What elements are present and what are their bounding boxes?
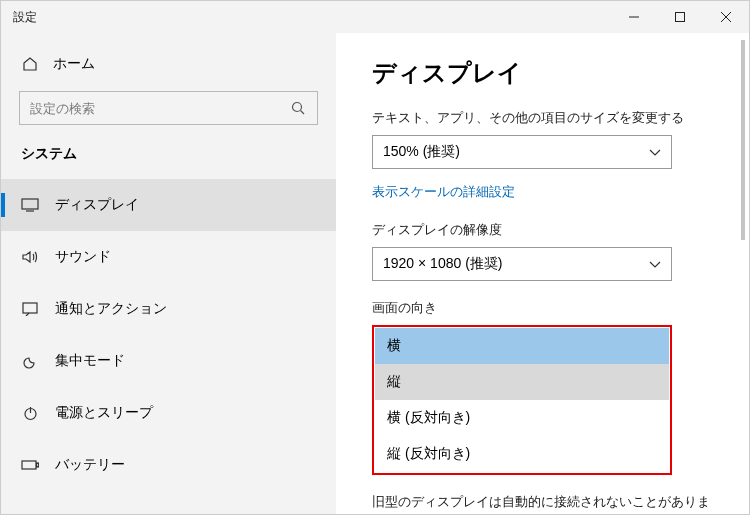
home-button[interactable]: ホーム <box>1 45 336 83</box>
nav-label: 集中モード <box>55 352 125 370</box>
nav-label: 電源とスリープ <box>55 404 153 422</box>
svg-rect-6 <box>22 199 38 209</box>
nav-item-display[interactable]: ディスプレイ <box>1 179 336 231</box>
battery-icon <box>21 459 39 471</box>
page-title: ディスプレイ <box>372 57 713 89</box>
scale-label: テキスト、アプリ、その他の項目のサイズを変更する <box>372 109 713 127</box>
scale-value: 150% (推奨) <box>383 143 460 161</box>
search-input[interactable] <box>19 91 318 125</box>
nav-item-battery[interactable]: バッテリー <box>1 439 336 491</box>
svg-rect-12 <box>37 463 39 467</box>
search-icon <box>289 101 307 115</box>
orientation-label: 画面の向き <box>372 299 713 317</box>
orientation-option[interactable]: 横 (反対向き) <box>375 400 669 436</box>
titlebar: 設定 <box>1 1 749 33</box>
orientation-option[interactable]: 縦 <box>375 364 669 400</box>
nav-item-sound[interactable]: サウンド <box>1 231 336 283</box>
nav-label: サウンド <box>55 248 111 266</box>
focus-icon <box>21 354 39 369</box>
advanced-scale-link[interactable]: 表示スケールの詳細設定 <box>372 183 713 201</box>
scrollbar[interactable] <box>736 32 750 515</box>
search-field[interactable] <box>30 101 289 116</box>
home-label: ホーム <box>53 55 95 73</box>
orientation-option[interactable]: 横 <box>375 328 669 364</box>
orientation-dropdown-open[interactable]: 横 縦 横 (反対向き) 縦 (反対向き) <box>372 325 672 475</box>
section-label: システム <box>1 139 336 179</box>
svg-rect-11 <box>22 461 36 469</box>
nav-item-power[interactable]: 電源とスリープ <box>1 387 336 439</box>
resolution-label: ディスプレイの解像度 <box>372 221 713 239</box>
maximize-button[interactable] <box>657 1 703 33</box>
close-button[interactable] <box>703 1 749 33</box>
svg-line-5 <box>301 111 305 115</box>
scrollbar-thumb[interactable] <box>741 40 745 240</box>
resolution-value: 1920 × 1080 (推奨) <box>383 255 502 273</box>
svg-rect-8 <box>23 303 37 313</box>
nav-item-notifications[interactable]: 通知とアクション <box>1 283 336 335</box>
resolution-dropdown[interactable]: 1920 × 1080 (推奨) <box>372 247 672 281</box>
display-icon <box>21 198 39 212</box>
notifications-icon <box>21 302 39 316</box>
chevron-down-icon <box>649 256 661 272</box>
nav-label: ディスプレイ <box>55 196 139 214</box>
nav-label: 通知とアクション <box>55 300 167 318</box>
scale-dropdown[interactable]: 150% (推奨) <box>372 135 672 169</box>
sound-icon <box>21 250 39 264</box>
window-title: 設定 <box>1 9 37 26</box>
svg-point-4 <box>293 103 302 112</box>
footnote-text: 旧型のディスプレイは自動的に接続されないことがあります。[検出] を選択すると接… <box>372 493 713 514</box>
orientation-option[interactable]: 縦 (反対向き) <box>375 436 669 472</box>
nav-label: バッテリー <box>55 456 125 474</box>
sidebar: ホーム システム ディスプレイ <box>1 33 336 514</box>
home-icon <box>21 56 39 72</box>
power-icon <box>21 406 39 421</box>
svg-rect-1 <box>676 13 685 22</box>
content-area: ディスプレイ テキスト、アプリ、その他の項目のサイズを変更する 150% (推奨… <box>336 33 749 514</box>
nav-item-focus[interactable]: 集中モード <box>1 335 336 387</box>
minimize-button[interactable] <box>611 1 657 33</box>
chevron-down-icon <box>649 144 661 160</box>
